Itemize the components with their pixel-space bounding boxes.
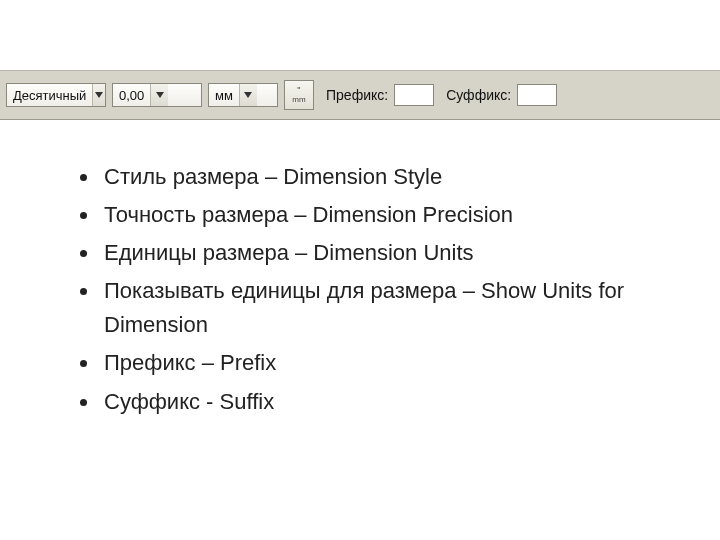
svg-marker-2: [244, 92, 252, 98]
show-units-for-dimension-button[interactable]: " mm: [284, 80, 314, 110]
dimension-units-dropdown[interactable]: мм: [208, 83, 278, 107]
prefix-label: Префикс:: [326, 87, 388, 103]
chevron-down-icon: [150, 84, 168, 106]
dimension-precision-dropdown[interactable]: 0,00: [112, 83, 202, 107]
list-item: Суффикс - Suffix: [100, 385, 720, 419]
chevron-down-icon: [92, 84, 105, 106]
chevron-down-icon: [239, 84, 257, 106]
dimension-style-dropdown[interactable]: Десятичный: [6, 83, 106, 107]
show-units-icon-bottom: mm: [292, 95, 305, 104]
list-item: Показывать единицы для размера – Show Un…: [100, 274, 720, 342]
svg-marker-1: [156, 92, 164, 98]
dimension-toolbar: Десятичный 0,00 мм " mm Префикс: Суффикс…: [0, 70, 720, 120]
dimension-style-value: Десятичный: [13, 88, 92, 103]
prefix-input[interactable]: [394, 84, 434, 106]
empty-header-area: [0, 0, 720, 70]
dimension-units-value: мм: [215, 88, 239, 103]
list-item: Префикс – Prefix: [100, 346, 720, 380]
list-item: Стиль размера – Dimension Style: [100, 160, 720, 194]
dimension-precision-value: 0,00: [119, 88, 150, 103]
svg-marker-0: [95, 92, 103, 98]
suffix-input[interactable]: [517, 84, 557, 106]
list-item: Точность размера – Dimension Precision: [100, 198, 720, 232]
suffix-label: Суффикс:: [446, 87, 511, 103]
explanation-list: Стиль размера – Dimension Style Точность…: [0, 120, 720, 419]
list-item: Единицы размера – Dimension Units: [100, 236, 720, 270]
show-units-icon-top: ": [297, 86, 301, 95]
